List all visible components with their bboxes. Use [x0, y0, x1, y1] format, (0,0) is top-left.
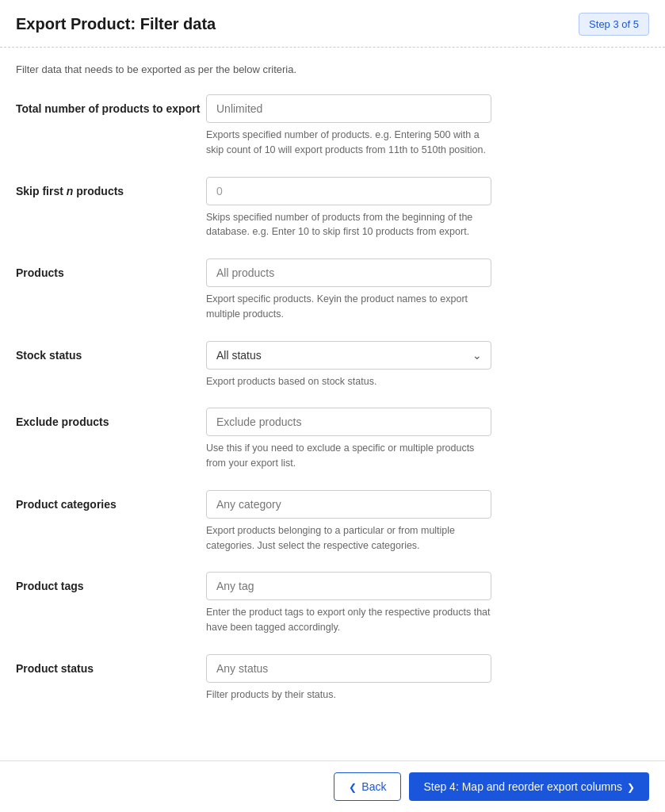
hint-products: Export specific products. Keyin the prod…	[206, 292, 491, 322]
form-row-stock-status: Stock status All status In stock Out of …	[16, 341, 649, 389]
page-subtitle: Filter data that needs to be exported as…	[16, 63, 649, 75]
form-row-products: Products Export specific products. Keyin…	[16, 259, 649, 322]
label-stock-status: Stock status	[16, 341, 206, 362]
step-badge: Step 3 of 5	[579, 13, 649, 36]
next-button-label: Step 4: Map and reorder export columns	[423, 780, 622, 793]
page-header: Export Product: Filter data Step 3 of 5	[0, 0, 665, 48]
input-products[interactable]	[206, 259, 491, 287]
input-skip-products[interactable]	[206, 177, 491, 205]
input-exclude-products[interactable]	[206, 408, 491, 436]
field-product-tags: Enter the product tags to export only th…	[206, 572, 491, 635]
hint-product-status: Filter products by their status.	[206, 688, 491, 703]
hint-product-categories: Export products belonging to a particula…	[206, 523, 491, 553]
label-total-products: Total number of products to export	[16, 94, 206, 115]
back-button-label: Back	[361, 780, 386, 793]
hint-product-tags: Enter the product tags to export only th…	[206, 605, 491, 635]
page-wrapper: Export Product: Filter data Step 3 of 5 …	[0, 0, 665, 812]
input-product-categories[interactable]	[206, 490, 491, 519]
page-footer: Back Step 4: Map and reorder export colu…	[0, 760, 665, 812]
field-product-categories: Export products belonging to a particula…	[206, 490, 491, 553]
field-product-status: Filter products by their status.	[206, 654, 491, 703]
input-product-status[interactable]	[206, 654, 491, 683]
form-row-product-categories: Product categories Export products belon…	[16, 490, 649, 553]
form-row-exclude-products: Exclude products Use this if you need to…	[16, 408, 649, 471]
select-stock-status[interactable]: All status In stock Out of stock On back…	[206, 341, 491, 370]
main-content: Filter data that needs to be exported as…	[0, 48, 665, 812]
next-button[interactable]: Step 4: Map and reorder export columns	[409, 772, 649, 801]
label-product-status: Product status	[16, 654, 206, 675]
form-row-skip-products: Skip first n products Skips specified nu…	[16, 177, 649, 240]
input-total-products[interactable]	[206, 94, 491, 123]
form-row-product-tags: Product tags Enter the product tags to e…	[16, 572, 649, 635]
field-skip-products: Skips specified number of products from …	[206, 177, 491, 240]
label-products: Products	[16, 259, 206, 279]
input-product-tags[interactable]	[206, 572, 491, 600]
field-products: Export specific products. Keyin the prod…	[206, 259, 491, 322]
form-row-product-status: Product status Filter products by their …	[16, 654, 649, 703]
page-title: Export Product: Filter data	[16, 15, 216, 33]
back-button[interactable]: Back	[334, 772, 401, 801]
label-product-categories: Product categories	[16, 490, 206, 511]
label-product-tags: Product tags	[16, 572, 206, 592]
chevron-left-icon	[349, 780, 357, 793]
hint-stock-status: Export products based on stock status.	[206, 374, 491, 389]
label-skip-products: Skip first n products	[16, 177, 206, 197]
select-wrapper-stock-status: All status In stock Out of stock On back…	[206, 341, 491, 370]
label-exclude-products: Exclude products	[16, 408, 206, 428]
field-total-products: Exports specified number of products. e.…	[206, 94, 491, 158]
chevron-right-icon	[627, 780, 635, 793]
hint-skip-products: Skips specified number of products from …	[206, 210, 491, 240]
field-exclude-products: Use this if you need to exclude a specif…	[206, 408, 491, 471]
field-stock-status: All status In stock Out of stock On back…	[206, 341, 491, 389]
form-row-total-products: Total number of products to export Expor…	[16, 94, 649, 158]
hint-total-products: Exports specified number of products. e.…	[206, 128, 491, 158]
hint-exclude-products: Use this if you need to exclude a specif…	[206, 441, 491, 471]
